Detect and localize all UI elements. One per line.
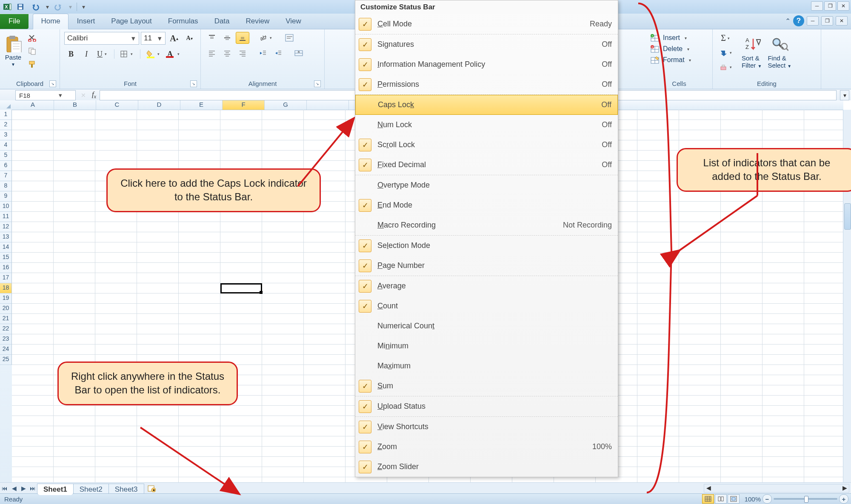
align-left-button[interactable] [205,47,219,59]
alignment-dialog-launcher[interactable]: ↘ [314,80,321,87]
name-box[interactable]: F18▾ [15,90,76,100]
menu-item-page-number[interactable]: ✓Page Number [355,256,618,276]
column-header[interactable]: G [265,100,307,110]
save-button[interactable] [14,1,27,13]
wrap-text-button[interactable] [283,32,296,44]
view-layout-button[interactable] [715,494,727,504]
view-pagebreak-button[interactable] [728,494,740,504]
tab-review[interactable]: Review [238,14,277,29]
active-cell[interactable] [220,283,262,293]
view-normal-button[interactable] [702,494,714,504]
align-center-button[interactable] [220,47,234,59]
workbook-restore[interactable]: ❐ [821,16,833,26]
menu-item-signatures[interactable]: ✓SignaturesOff [355,34,618,54]
row-header[interactable]: 25 [0,355,12,365]
zoom-level[interactable]: 100% [745,495,761,503]
row-header[interactable]: 1 [0,110,12,120]
column-header[interactable]: D [138,100,180,110]
copy-button[interactable] [26,45,39,57]
cancel-icon[interactable]: ✕ [78,92,89,99]
format-painter-button[interactable] [26,58,39,70]
maximize-button[interactable]: ❐ [824,1,836,11]
row-header[interactable]: 2 [0,120,12,130]
row-header[interactable]: 11 [0,212,12,222]
row-header[interactable]: 16 [0,263,12,273]
column-header[interactable]: C [96,100,138,110]
menu-item-view-shortcuts[interactable]: ✓View Shortcuts [355,417,618,437]
vertical-scroll-thumb[interactable] [844,203,851,230]
grow-font-button[interactable]: A▴ [167,32,181,45]
tab-view[interactable]: View [278,14,309,29]
merge-button[interactable]: a [292,47,306,59]
sheet-tab-sheet1[interactable]: Sheet1 [37,484,74,495]
fill-color-button[interactable]: ▾ [144,48,163,60]
row-header[interactable]: 4 [0,140,12,151]
menu-item-selection-mode[interactable]: ✓Selection Mode [355,236,618,256]
zoom-slider-thumb[interactable] [804,496,808,503]
column-header[interactable]: B [54,100,96,110]
row-header[interactable]: 20 [0,304,12,314]
menu-item-count[interactable]: ✓Count [355,296,618,316]
file-tab[interactable]: File [0,14,29,29]
undo-dropdown[interactable]: ▾ [44,3,50,10]
increase-indent-button[interactable] [271,47,285,59]
menu-item-caps-lock[interactable]: ✓Caps LockOff [355,95,618,115]
close-button[interactable]: ✕ [837,1,849,11]
menu-item-permissions[interactable]: ✓PermissionsOff [355,74,618,95]
menu-item-average[interactable]: ✓Average [355,276,618,296]
menu-item-overtype[interactable]: ✓Overtype Mode [355,175,618,195]
fx-icon[interactable]: fx [92,90,96,100]
menu-item-minimum[interactable]: ✓Minimum [355,336,618,356]
row-header[interactable]: 18 [0,283,12,293]
undo-button[interactable] [29,1,43,13]
row-header[interactable]: 3 [0,130,12,140]
align-bottom-button[interactable] [236,32,249,44]
column-header[interactable]: F [223,100,265,110]
row-header[interactable]: 7 [0,171,12,181]
underline-button[interactable]: U▾ [95,48,111,60]
row-headers[interactable]: 1234567891011121314151617181920212223242… [0,110,12,483]
sheet-nav-next[interactable]: ▶ [19,484,28,493]
decrease-indent-button[interactable] [256,47,270,59]
paste-button[interactable]: Paste ▼ [4,35,22,67]
zoom-out-button[interactable]: − [762,494,772,504]
redo-button[interactable] [52,1,66,13]
tab-data[interactable]: Data [207,14,237,29]
bold-button[interactable]: B [64,48,78,60]
help-icon[interactable]: ? [793,15,804,26]
menu-item-macro[interactable]: ✓Macro RecordingNot Recording [355,215,618,236]
column-header[interactable] [307,100,349,110]
font-dialog-launcher[interactable]: ↘ [190,80,197,87]
font-name-select[interactable]: Calibri▾ [64,32,139,45]
menu-item-cell-mode[interactable]: ✓Cell ModeReady [355,14,618,34]
menu-item-zoom[interactable]: ✓Zoom100% [355,437,618,457]
column-header[interactable]: A [12,100,54,110]
row-header[interactable]: 21 [0,314,12,324]
qat-customize[interactable]: ▾ [80,3,86,10]
row-header[interactable]: 17 [0,273,12,283]
clipboard-dialog-launcher[interactable]: ↘ [49,80,56,87]
cut-button[interactable] [26,32,39,44]
zoom-in-button[interactable]: + [839,494,848,504]
zoom-slider[interactable] [774,498,837,500]
redo-dropdown[interactable]: ▾ [67,3,73,10]
select-all-corner[interactable] [0,100,12,110]
orientation-button[interactable]: ab▾ [256,32,276,44]
menu-item-numerical-count[interactable]: ✓Numerical Count [355,316,618,336]
menu-item-upload-status[interactable]: ✓Upload Status [355,396,618,417]
sheet-nav-prev[interactable]: ◀ [9,484,19,493]
row-header[interactable]: 9 [0,191,12,202]
align-top-button[interactable] [205,32,219,44]
menu-item-imp[interactable]: ✓Information Management PolicyOff [355,54,618,74]
row-header[interactable]: 14 [0,242,12,253]
row-header[interactable]: 19 [0,293,12,304]
menu-item-fixed-decimal[interactable]: ✓Fixed DecimalOff [355,155,618,175]
shrink-font-button[interactable]: A▾ [183,32,196,44]
workbook-close[interactable]: ✕ [836,16,848,26]
menu-item-scroll-lock[interactable]: ✓Scroll LockOff [355,135,618,155]
row-header[interactable]: 15 [0,253,12,263]
menu-item-num-lock[interactable]: ✓Num LockOff [355,115,618,135]
sheet-nav-first[interactable]: ⏮ [0,484,9,493]
row-header[interactable]: 10 [0,202,12,212]
row-header[interactable]: 22 [0,324,12,334]
